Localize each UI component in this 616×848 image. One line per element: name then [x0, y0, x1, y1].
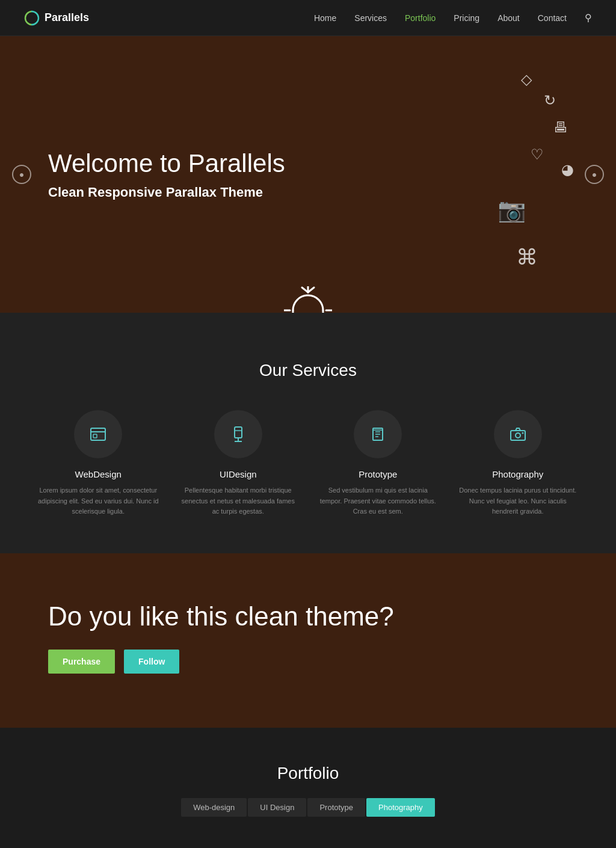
hero-icons: ◇ ↻ 🖶 ♡ ◕ 📷 ⌘ [399, 60, 580, 289]
services-grid: WebDesign Lorem ipsum dolor sit amet, co… [37, 410, 579, 517]
navbar: Parallels Home Services Portfolio Pricin… [0, 0, 616, 36]
svg-rect-19 [511, 431, 525, 440]
service-photography: Photography Donec tempus lacinia purus u… [457, 410, 579, 517]
uidesign-desc: Pellentesque habitant morbi tristique se… [177, 485, 300, 517]
portfolio-tabs: Web-design UI Design Prototype Photograp… [24, 798, 592, 817]
hero-next-button[interactable]: ● [585, 165, 604, 184]
parallels-logo-icon [24, 10, 40, 26]
nav-contact[interactable]: Contact [538, 13, 567, 23]
diamond-icon: ◇ [521, 72, 532, 87]
prototype-desc: Sed vestibulum mi quis est lacinia tempo… [317, 485, 439, 517]
sun-icon [284, 286, 332, 313]
cta-buttons: Purchase Follow [48, 650, 568, 674]
portfolio-section: Portfolio Web-design UI Design Prototype… [0, 728, 616, 848]
service-prototype: Prototype Sed vestibulum mi quis est lac… [317, 410, 439, 517]
brand-logo[interactable]: Parallels [24, 10, 89, 26]
cta-section: Do you like this clean theme? Purchase F… [0, 553, 616, 728]
services-section: Our Services WebDesign Lorem ipsum dolor… [0, 313, 616, 553]
nav-services[interactable]: Services [354, 13, 387, 23]
svg-rect-10 [235, 427, 242, 438]
photography-desc: Donec tempus lacinia purus ut tincidunt.… [457, 485, 579, 517]
cta-heading: Do you like this clean theme? [48, 601, 568, 631]
webdesign-title: WebDesign [37, 469, 159, 479]
prototype-title: Prototype [317, 469, 439, 479]
hero-subheading: Clean Responsive Parallax Theme [48, 185, 285, 200]
prototype-icon-circle [354, 410, 402, 458]
uidesign-title: UIDesign [177, 469, 300, 479]
printer-icon: 🖶 [553, 120, 568, 135]
photography-title: Photography [457, 469, 579, 479]
nav-pricing[interactable]: Pricing [454, 13, 479, 23]
hero-section: ● Welcome to Parallels Clean Responsive … [0, 36, 616, 313]
svg-rect-9 [93, 434, 97, 438]
service-webdesign: WebDesign Lorem ipsum dolor sit amet, co… [37, 410, 159, 517]
photo-icon: 📷 [497, 198, 526, 221]
service-uidesign: UIDesign Pellentesque habitant morbi tri… [177, 410, 300, 517]
brand-name: Parallels [45, 11, 89, 24]
hero-text: Welcome to Parallels Clean Responsive Pa… [48, 149, 285, 200]
photography-icon-circle [494, 410, 542, 458]
purchase-button[interactable]: Purchase [48, 650, 115, 674]
svg-point-21 [522, 432, 523, 434]
tab-ui-design[interactable]: UI Design [248, 798, 306, 817]
refresh-icon: ↻ [544, 93, 556, 108]
nav-home[interactable]: Home [314, 13, 336, 23]
uidesign-icon-circle [214, 410, 262, 458]
services-title: Our Services [24, 361, 592, 380]
search-icon[interactable]: ⚲ [585, 13, 592, 23]
nav-portfolio[interactable]: Portfolio [405, 13, 436, 23]
tab-prototype[interactable]: Prototype [307, 798, 365, 817]
tab-web-design[interactable]: Web-design [181, 798, 247, 817]
hero-heading: Welcome to Parallels [48, 149, 285, 179]
follow-button[interactable]: Follow [124, 650, 179, 674]
grid-icon: ⌘ [516, 247, 538, 268]
tab-photography[interactable]: Photography [366, 798, 435, 817]
svg-point-20 [516, 433, 520, 438]
nav-links: Home Services Portfolio Pricing About Co… [314, 12, 592, 23]
nav-about[interactable]: About [497, 13, 520, 23]
hero-prev-button[interactable]: ● [12, 165, 31, 184]
portfolio-title: Portfolio [24, 764, 592, 783]
heart-icon: ♡ [531, 147, 544, 162]
webdesign-desc: Lorem ipsum dolor sit amet, consectetur … [37, 485, 159, 517]
pie-chart-icon: ◕ [561, 162, 574, 177]
webdesign-icon-circle [74, 410, 122, 458]
